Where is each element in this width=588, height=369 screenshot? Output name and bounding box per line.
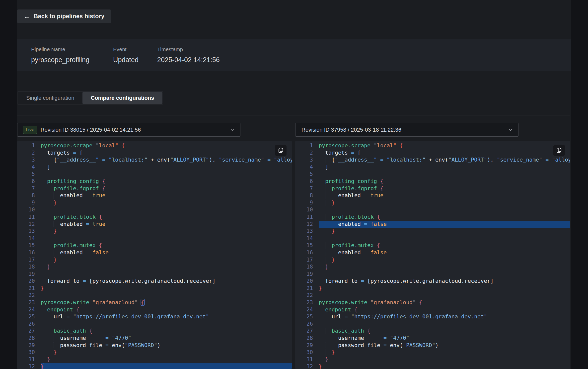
- line-number: 29: [17, 342, 35, 349]
- code-line: 2 targets = [: [17, 149, 292, 157]
- line-number: 7: [17, 185, 35, 192]
- code-line: 24 endpoint {: [17, 306, 292, 313]
- left-revision-select[interactable]: Live Revision ID 38015 / 2025-04-02 14:2…: [17, 123, 240, 137]
- line-number: 15: [295, 242, 313, 249]
- code-line: 20 forward_to = [pyroscope.write.grafana…: [295, 277, 570, 285]
- live-badge: Live: [23, 126, 37, 134]
- code-line: 10: [17, 206, 292, 213]
- code-line: 9 }: [295, 199, 570, 206]
- code-line: 11 profile.block {: [295, 213, 570, 221]
- code-line: 31 }: [295, 356, 570, 363]
- line-number: 17: [295, 256, 313, 264]
- code-line: 27 basic_auth {: [17, 327, 292, 335]
- line-number: 28: [17, 335, 35, 342]
- line-number: 6: [17, 178, 35, 185]
- line-number: 30: [17, 349, 35, 356]
- line-number: 12: [17, 221, 35, 228]
- code-line: 18 }: [295, 263, 570, 271]
- timestamp-field: Timestamp 2025-04-02 14:21:56: [157, 46, 571, 64]
- code-line: 13 }: [295, 228, 570, 235]
- code-compare-row: 1pyroscope.scrape "local" {2 targets = […: [17, 141, 571, 369]
- code-line: 11 profile.block {: [17, 213, 292, 221]
- line-number: 21: [295, 285, 313, 292]
- line-number: 5: [17, 171, 35, 178]
- code-line: 10: [295, 206, 570, 213]
- line-number: 24: [295, 306, 313, 313]
- line-number: 31: [295, 356, 313, 363]
- section-divider: [17, 115, 570, 115]
- line-number: 10: [295, 206, 313, 213]
- left-revision-label: Revision ID 38015 / 2025-04-02 14:21:56: [41, 127, 141, 133]
- page-content: ← Back to pipelines history Pipeline Nam…: [17, 0, 571, 369]
- code-line: 14: [295, 235, 570, 242]
- line-number: 17: [17, 256, 35, 264]
- code-line: 22: [295, 292, 570, 299]
- line-number: 27: [17, 327, 35, 335]
- code-line: 19: [17, 271, 292, 278]
- left-code-lines: 1pyroscope.scrape "local" {2 targets = […: [17, 141, 292, 369]
- line-number: 32: [295, 363, 313, 369]
- tab-single-configuration[interactable]: Single configuration: [18, 92, 82, 104]
- configuration-tabs: Single configuration Compare configurati…: [17, 92, 163, 104]
- code-line: 26: [17, 320, 292, 328]
- code-line: 14: [17, 235, 292, 242]
- line-number: 1: [17, 142, 35, 149]
- code-line: 2 targets = [: [295, 149, 570, 157]
- code-line: 17 }: [295, 256, 570, 264]
- code-line: 32}: [17, 363, 292, 369]
- pipeline-name-value: pyroscope_profiling: [31, 56, 113, 64]
- back-to-pipelines-history-button[interactable]: ← Back to pipelines history: [17, 9, 111, 23]
- line-number: 4: [295, 164, 313, 171]
- line-number: 3: [17, 156, 35, 164]
- code-line: 31 }: [17, 356, 292, 363]
- code-line: 13 }: [17, 228, 292, 235]
- line-number: 22: [17, 292, 35, 299]
- line-number: 19: [17, 271, 35, 278]
- line-number: 30: [295, 349, 313, 356]
- code-line: 16 enabled = false: [17, 249, 292, 256]
- code-line: 24 endpoint {: [295, 306, 570, 313]
- copy-button[interactable]: [553, 145, 565, 156]
- line-number: 11: [295, 213, 313, 221]
- line-number: 14: [295, 235, 313, 242]
- code-line: 30 }: [17, 349, 292, 356]
- code-line: 7 profile.fgprof {: [17, 185, 292, 192]
- code-line: 4 ]: [17, 164, 292, 171]
- right-code-editor[interactable]: 1pyroscope.scrape "local" {2 targets = […: [295, 141, 570, 369]
- timestamp-label: Timestamp: [157, 46, 571, 52]
- code-line: 29 password_file = env("PASSWORD"): [17, 342, 292, 349]
- pipeline-name-label: Pipeline Name: [31, 46, 113, 52]
- line-number: 15: [17, 242, 35, 249]
- right-code-lines: 1pyroscope.scrape "local" {2 targets = […: [295, 141, 570, 369]
- line-number: 28: [295, 335, 313, 342]
- code-line: 3 {"__address__" = "localhost:" + env("A…: [17, 156, 292, 164]
- right-revision-select[interactable]: Revision ID 37958 / 2025-03-18 11:22:36: [295, 123, 518, 137]
- line-number: 25: [17, 313, 35, 320]
- code-line: 19: [295, 271, 570, 278]
- copy-button[interactable]: [275, 145, 287, 156]
- code-line: 21}: [17, 285, 292, 292]
- line-number: 22: [295, 292, 313, 299]
- code-line: 25 url = "https://profiles-dev-001.grafa…: [17, 313, 292, 320]
- back-button-label: Back to pipelines history: [34, 13, 104, 20]
- line-number: 18: [295, 263, 313, 271]
- line-number: 9: [295, 199, 313, 206]
- line-number: 14: [17, 235, 35, 242]
- left-code-editor[interactable]: 1pyroscope.scrape "local" {2 targets = […: [17, 141, 292, 369]
- code-line: 21}: [295, 285, 570, 292]
- line-number: 23: [295, 299, 313, 306]
- line-number: 20: [295, 277, 313, 285]
- tab-compare-configurations[interactable]: Compare configurations: [82, 92, 162, 104]
- line-number: 25: [295, 313, 313, 320]
- code-line: 15 profile.mutex {: [295, 242, 570, 249]
- line-number: 7: [295, 185, 313, 192]
- line-number: 3: [295, 156, 313, 164]
- line-number: 2: [17, 149, 35, 157]
- line-number: 18: [17, 263, 35, 271]
- line-number: 13: [295, 228, 313, 235]
- event-label: Event: [113, 46, 157, 52]
- line-number: 26: [17, 320, 35, 328]
- code-line: 27 basic_auth {: [295, 327, 570, 335]
- line-number: 26: [295, 320, 313, 328]
- line-number: 12: [295, 221, 313, 228]
